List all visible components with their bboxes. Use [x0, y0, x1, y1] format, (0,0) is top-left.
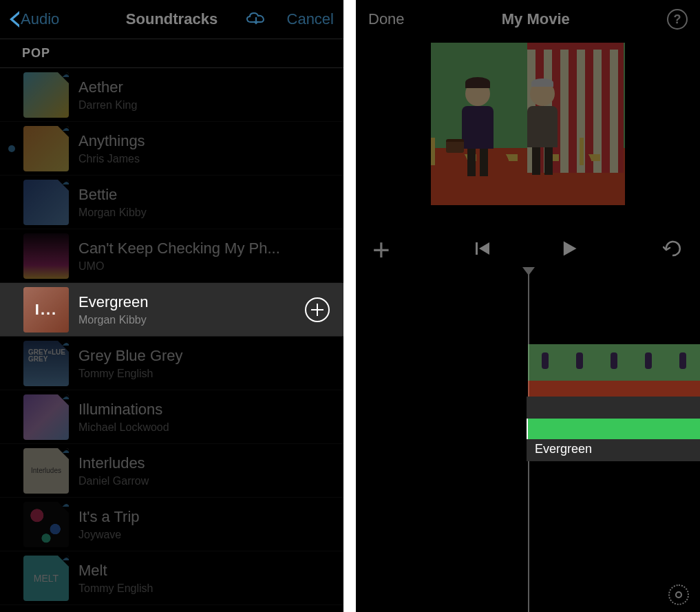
done-button[interactable]: Done — [368, 10, 405, 28]
track-row[interactable]: Can't Keep Checking My Ph...UMO — [0, 229, 343, 283]
track-meta: InterludesDaniel Garrow — [78, 454, 330, 487]
play-button[interactable] — [560, 239, 579, 261]
editor-toolbar: + — [356, 231, 700, 268]
track-artist: Morgan Kibby — [78, 207, 330, 219]
video-clip-strip[interactable] — [528, 344, 700, 397]
track-artist: Tommy English — [78, 368, 330, 380]
track-artist: Tommy English — [78, 582, 330, 595]
album-art[interactable] — [23, 394, 69, 440]
track-row[interactable]: IlluminationsMichael Lockwood — [0, 390, 343, 444]
track-meta: Grey Blue GreyTommy English — [78, 347, 330, 380]
download-all-cloud-icon[interactable] — [244, 10, 268, 29]
svg-rect-0 — [476, 242, 478, 255]
cloud-download-badge-icon — [57, 341, 69, 352]
track-row[interactable]: AnythingsChris James — [0, 122, 343, 176]
now-playing-dot-icon — [8, 145, 15, 152]
album-art[interactable] — [23, 341, 69, 386]
track-artist: Chris James — [78, 153, 330, 165]
cloud-download-badge-icon — [57, 502, 69, 514]
track-meta: AnythingsChris James — [78, 132, 330, 165]
add-track-button[interactable] — [305, 297, 330, 322]
track-meta: AetherDarren King — [78, 78, 330, 112]
undo-button[interactable] — [663, 240, 683, 260]
pane-gap — [343, 0, 356, 612]
page-title: Soundtracks — [126, 10, 218, 28]
track-artist: Daniel Garrow — [78, 475, 330, 487]
track-meta: BettieMorgan Kibby — [78, 186, 330, 219]
cloud-download-badge-icon — [57, 72, 69, 84]
track-title: Illuminations — [78, 401, 330, 419]
project-settings-button[interactable] — [668, 584, 689, 605]
video-preview[interactable] — [356, 39, 700, 231]
track-meta: MeltTommy English — [78, 562, 330, 595]
track-title: Grey Blue Grey — [78, 347, 330, 365]
track-title: Can't Keep Checking My Ph... — [78, 240, 330, 257]
track-title: Bettie — [78, 186, 330, 204]
track-row[interactable]: MELTMeltTommy English — [0, 551, 343, 605]
section-header-pop: POP — [0, 39, 343, 68]
skip-to-start-button[interactable] — [474, 240, 491, 260]
track-meta: Can't Keep Checking My Ph...UMO — [78, 240, 330, 273]
audio-clip-label[interactable]: Evergreen — [527, 439, 700, 461]
track-artist: Darren King — [78, 99, 330, 112]
track-meta: IlluminationsMichael Lockwood — [78, 401, 330, 434]
cloud-download-badge-icon — [57, 394, 69, 406]
row-gutter — [0, 145, 23, 152]
editor-pane: Done My Movie ? + — [356, 0, 700, 612]
track-row[interactable]: Grey Blue GreyTommy English — [0, 337, 343, 390]
album-art[interactable] — [23, 126, 69, 171]
preview-frame — [431, 43, 625, 205]
soundtracks-pane: Audio Soundtracks Cancel POP AetherDarre… — [0, 0, 343, 612]
audio-track-background — [527, 397, 700, 419]
track-row[interactable]: AetherDarren King — [0, 68, 343, 122]
track-title: It's a Trip — [78, 508, 330, 526]
cloud-download-badge-icon — [57, 448, 69, 460]
back-label: Audio — [21, 10, 59, 28]
movie-title: My Movie — [502, 10, 570, 28]
album-art[interactable]: Interludes — [23, 448, 69, 494]
track-row[interactable]: InterludesInterludesDaniel Garrow — [0, 444, 343, 498]
soundtracks-header: Audio Soundtracks Cancel — [0, 0, 343, 39]
chevron-left-icon — [10, 11, 19, 28]
cloud-download-badge-icon — [57, 180, 69, 191]
track-title: Interludes — [78, 454, 330, 472]
album-art[interactable] — [23, 72, 69, 118]
track-meta: It's a TripJoywave — [78, 508, 330, 541]
cancel-button[interactable]: Cancel — [287, 10, 334, 28]
audio-clip-waveform[interactable] — [527, 419, 700, 439]
track-artist: Morgan Kibby — [78, 314, 305, 326]
track-title: Aether — [78, 78, 330, 96]
gear-icon — [668, 584, 689, 605]
track-artist: UMO — [78, 260, 330, 273]
track-artist: Michael Lockwood — [78, 421, 330, 434]
album-art[interactable] — [23, 180, 69, 225]
timeline[interactable]: Evergreen — [356, 268, 700, 612]
track-row[interactable]: It's a TripJoywave — [0, 498, 343, 551]
track-meta: EvergreenMorgan Kibby — [78, 293, 305, 326]
pause-overlay-icon: I... — [23, 287, 69, 333]
help-button[interactable]: ? — [667, 9, 688, 30]
track-row[interactable]: BettieMorgan Kibby — [0, 176, 343, 229]
track-title: Anythings — [78, 132, 330, 150]
album-art[interactable]: I... — [23, 287, 69, 333]
cloud-download-badge-icon — [57, 556, 69, 567]
album-art[interactable] — [23, 502, 69, 547]
track-row[interactable]: I...EvergreenMorgan Kibby — [0, 283, 343, 337]
help-icon: ? — [674, 12, 681, 27]
track-artist: Joywave — [78, 529, 330, 541]
cloud-download-badge-icon — [57, 126, 69, 138]
track-title: Evergreen — [78, 293, 305, 311]
album-art[interactable] — [23, 233, 69, 279]
track-title: Melt — [78, 562, 330, 580]
album-art[interactable]: MELT — [23, 556, 69, 601]
back-button[interactable]: Audio — [10, 10, 59, 28]
editor-header: Done My Movie ? — [356, 0, 700, 39]
track-list: AetherDarren KingAnythingsChris JamesBet… — [0, 68, 343, 605]
